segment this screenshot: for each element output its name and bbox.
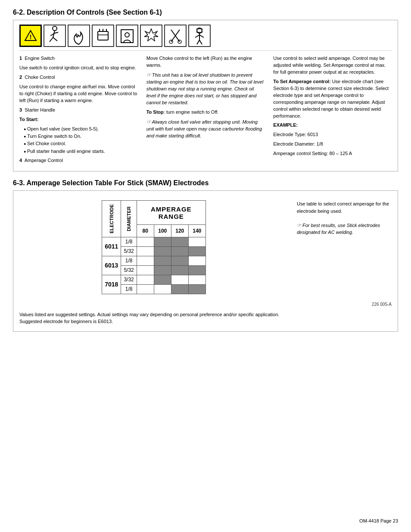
amp-100: 100 <box>154 225 171 237</box>
amp-table-wrapper: ELECTRODE DIAMETER AMPERAGE RANGE 80 100… <box>19 196 288 299</box>
item4-number: 4 Amperage Control <box>19 157 138 164</box>
amperage-setting: Amperage control Setting: 80 – 125 A <box>273 150 392 157</box>
svg-point-2 <box>53 26 57 31</box>
amp-140: 140 <box>188 225 206 237</box>
page-footer: OM-4418 Page 23 <box>359 518 398 523</box>
diameter-cell: 1/8 <box>121 256 137 265</box>
electrode-diameter: Electrode Diameter: 1/8 <box>273 141 392 148</box>
memo1-text: ☞This unit has a low oil level shutdown … <box>146 72 265 106</box>
amperage-section: ELECTRODE DIAMETER AMPERAGE RANGE 80 100… <box>19 196 392 299</box>
bullet-2: Turn Engine switch to On. <box>24 133 138 140</box>
footer-note: Values listed are suggested settings. Ac… <box>19 311 392 325</box>
svg-line-23 <box>199 35 204 37</box>
gear-spark-icon <box>92 25 114 47</box>
amperage-range-header: AMPERAGE RANGE <box>137 201 206 225</box>
to-start-label: To Start: <box>19 116 138 123</box>
section-62: 6-2. Description Of Controls (See Sectio… <box>13 9 398 171</box>
amperage-cell <box>154 246 171 256</box>
item2-number: 2 Choke Control <box>19 74 138 81</box>
amperage-cell <box>137 237 154 246</box>
electrode-type-cell: 6011 <box>102 237 121 256</box>
section-63-box: ELECTRODE DIAMETER AMPERAGE RANGE 80 100… <box>13 190 398 332</box>
bullet-1: Open fuel valve (see Section 5-5). <box>24 126 138 132</box>
svg-point-14 <box>125 33 129 37</box>
electrode-header: ELECTRODE <box>102 201 121 237</box>
welder-icon <box>188 25 211 47</box>
fire-hazard-icon <box>68 25 90 47</box>
amperage-cell <box>171 284 188 294</box>
right-memo: ☞For best results, use Stick electrodes … <box>297 222 392 236</box>
electrode-type-cell: 6013 <box>102 256 121 275</box>
amp-right-note: Use table to select correct amperage for… <box>297 196 392 239</box>
item1-desc: Use switch to control ignition circuit, … <box>19 65 138 72</box>
amperage-cell <box>154 275 171 284</box>
amperage-cell <box>171 246 188 256</box>
cut-icon <box>164 25 187 47</box>
col-right: Use control to select weld amperage. Con… <box>273 55 392 167</box>
col3-intro: Use control to select weld amperage. Con… <box>273 55 392 76</box>
diameter-cell: 1/8 <box>121 237 137 246</box>
amperage-cell <box>154 256 171 265</box>
bullet-4: Pull starter handle until engine starts. <box>24 148 138 155</box>
doc-number: 226 005-A <box>19 302 392 307</box>
diameter-cell: 1/8 <box>121 284 137 294</box>
svg-rect-8 <box>98 31 108 40</box>
to-stop-text: To Stop: turn engine switch to Off. <box>146 109 265 116</box>
svg-line-25 <box>199 40 202 44</box>
svg-line-7 <box>55 32 58 33</box>
amperage-cell <box>137 256 154 265</box>
three-col-content: 1 Engine Switch Use switch to control ig… <box>19 55 392 167</box>
amperage-cell <box>137 275 154 284</box>
amperage-cell <box>137 265 154 275</box>
diameter-cell: 3/32 <box>121 275 137 284</box>
box-person-icon <box>116 25 138 47</box>
svg-rect-13 <box>121 30 133 43</box>
amperage-cell <box>154 284 171 294</box>
svg-line-4 <box>50 37 53 42</box>
right-note-text: Use table to select correct amperage for… <box>297 200 392 215</box>
icons-row: ! <box>19 25 392 51</box>
electrode-type: Electrode Type: 6013 <box>273 131 392 138</box>
amp-120: 120 <box>171 225 188 237</box>
running-person-icon <box>44 25 66 47</box>
amperage-table: ELECTRODE DIAMETER AMPERAGE RANGE 80 100… <box>102 200 206 294</box>
section-63-title: 6-3. Amperage Selection Table For Stick … <box>13 179 398 187</box>
explosion-icon <box>140 25 162 47</box>
section-63: 6-3. Amperage Selection Table For Stick … <box>13 179 398 332</box>
bullet-3: Set Choke control. <box>24 140 138 147</box>
col-left: 1 Engine Switch Use switch to control ig… <box>19 55 138 167</box>
example-label: EXAMPLE: <box>273 122 392 129</box>
amperage-cell <box>188 246 206 256</box>
section-62-title: 6-2. Description Of Controls (See Sectio… <box>13 9 398 16</box>
item1-number: 1 Engine Switch <box>19 55 138 62</box>
svg-line-5 <box>53 37 57 41</box>
amperage-cell <box>188 256 206 265</box>
to-start-bullets: Open fuel valve (see Section 5-5). Turn … <box>19 126 138 155</box>
svg-text:!: ! <box>30 34 32 40</box>
item3-number: 3 Starter Handle <box>19 107 138 114</box>
electrode-type-cell: 7018 <box>102 275 121 294</box>
svg-line-22 <box>195 35 199 37</box>
warning-icon: ! <box>19 25 42 47</box>
memo2-text: ☞Always close fuel valve after stopping … <box>146 118 265 140</box>
amperage-cell <box>154 237 171 246</box>
amperage-cell <box>188 284 206 294</box>
amp-80: 80 <box>137 225 154 237</box>
diameter-cell: 5/32 <box>121 246 137 256</box>
col-mid: Move Choke control to the left (Run) as … <box>146 55 265 167</box>
amperage-cell <box>171 237 188 246</box>
amperage-cell <box>171 256 188 265</box>
col3-set: To Set Amperage control: Use electrode c… <box>273 78 392 120</box>
amperage-cell <box>154 265 171 275</box>
amperage-cell <box>188 265 206 275</box>
diameter-cell: 5/32 <box>121 265 137 275</box>
amperage-cell <box>188 237 206 246</box>
amperage-cell <box>171 275 188 284</box>
item2-desc: Use control to change engine air/fuel mi… <box>19 84 138 104</box>
svg-line-24 <box>197 40 199 44</box>
amperage-cell <box>188 275 206 284</box>
amperage-cell <box>137 246 154 256</box>
amperage-cell <box>137 284 154 294</box>
diameter-header: DIAMETER <box>121 201 137 237</box>
choke-instruction: Move Choke control to the left (Run) as … <box>146 55 265 69</box>
